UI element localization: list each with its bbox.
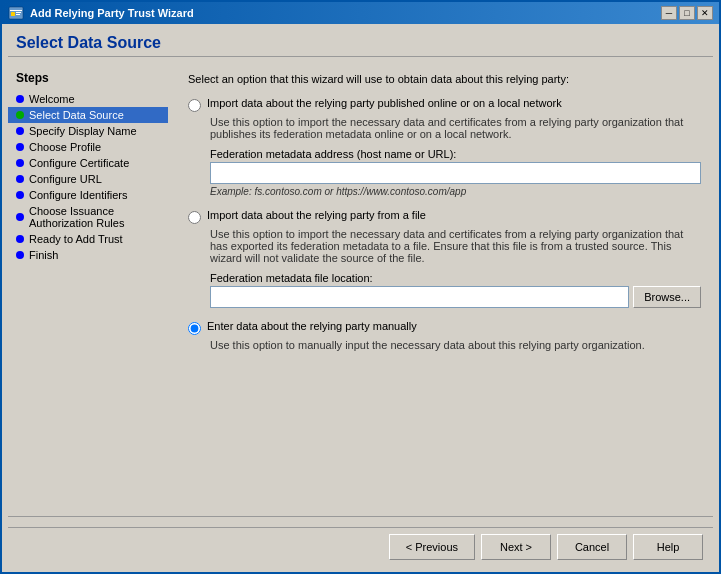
radio-online[interactable]	[188, 99, 201, 112]
sidebar-item-configure-certificate[interactable]: Configure Certificate	[8, 155, 168, 171]
sidebar-item-specify-display-name[interactable]: Specify Display Name	[8, 123, 168, 139]
online-field-label: Federation metadata address (host name o…	[210, 148, 701, 160]
sidebar-item-welcome[interactable]: Welcome	[8, 91, 168, 107]
file-field-row: Browse...	[210, 286, 701, 308]
previous-button[interactable]: < Previous	[389, 534, 475, 560]
svg-rect-3	[16, 12, 21, 13]
content-area: Select Data Source Steps Welcome Select …	[2, 24, 719, 572]
sidebar-label-identifiers: Configure Identifiers	[29, 189, 127, 201]
federation-metadata-address-input[interactable]	[210, 162, 701, 184]
online-sub-field: Federation metadata address (host name o…	[210, 148, 701, 197]
right-panel: Select an option that this wizard will u…	[176, 65, 713, 506]
dot-icon-issuance	[16, 213, 24, 221]
dot-icon-display	[16, 127, 24, 135]
option-manual-group: Enter data about the relying party manua…	[188, 320, 701, 355]
close-button[interactable]: ✕	[697, 6, 713, 20]
radio-manual[interactable]	[188, 322, 201, 335]
option-file-label: Import data about the relying party from…	[207, 209, 426, 221]
sidebar-label-issuance: Choose Issuance Authorization Rules	[29, 205, 160, 229]
option-manual-label: Enter data about the relying party manua…	[207, 320, 417, 332]
dot-icon-url	[16, 175, 24, 183]
option-online-group: Import data about the relying party publ…	[188, 97, 701, 201]
svg-rect-1	[10, 10, 22, 11]
sidebar: Steps Welcome Select Data Source Specify…	[8, 65, 168, 506]
sidebar-label-finish: Finish	[29, 249, 58, 261]
option-online-label: Import data about the relying party publ…	[207, 97, 562, 109]
svg-rect-4	[16, 14, 20, 15]
sidebar-item-select-data-source[interactable]: Select Data Source	[8, 107, 168, 123]
help-button[interactable]: Help	[633, 534, 703, 560]
option-file-group: Import data about the relying party from…	[188, 209, 701, 312]
option-online-desc: Use this option to import the necessary …	[210, 116, 701, 140]
dot-icon-finish	[16, 251, 24, 259]
sidebar-item-ready[interactable]: Ready to Add Trust	[8, 231, 168, 247]
wizard-icon	[8, 5, 24, 21]
sidebar-label-display: Specify Display Name	[29, 125, 137, 137]
title-bar-left: Add Relying Party Trust Wizard	[8, 5, 194, 21]
sidebar-label-welcome: Welcome	[29, 93, 75, 105]
sidebar-label-ready: Ready to Add Trust	[29, 233, 123, 245]
file-field-label: Federation metadata file location:	[210, 272, 701, 284]
dot-icon-profile	[16, 143, 24, 151]
sidebar-item-choose-profile[interactable]: Choose Profile	[8, 139, 168, 155]
maximize-button[interactable]: □	[679, 6, 695, 20]
minimize-button[interactable]: ─	[661, 6, 677, 20]
title-bar: Add Relying Party Trust Wizard ─ □ ✕	[2, 2, 719, 24]
dot-icon-identifiers	[16, 191, 24, 199]
sidebar-label-profile: Choose Profile	[29, 141, 101, 153]
option-file-row: Import data about the relying party from…	[188, 209, 701, 224]
option-online-row: Import data about the relying party publ…	[188, 97, 701, 112]
sidebar-item-configure-identifiers[interactable]: Configure Identifiers	[8, 187, 168, 203]
dot-icon-ready	[16, 235, 24, 243]
wizard-window: Add Relying Party Trust Wizard ─ □ ✕ Sel…	[0, 0, 721, 574]
main-body: Steps Welcome Select Data Source Specify…	[8, 65, 713, 506]
panel-intro: Select an option that this wizard will u…	[188, 73, 701, 85]
sidebar-item-finish[interactable]: Finish	[8, 247, 168, 263]
dot-icon-welcome	[16, 95, 24, 103]
file-sub-field: Federation metadata file location: Brows…	[210, 272, 701, 308]
sidebar-item-configure-url[interactable]: Configure URL	[8, 171, 168, 187]
svg-rect-2	[11, 12, 15, 16]
bottom-bar: < Previous Next > Cancel Help	[8, 527, 713, 566]
option-manual-desc: Use this option to manually input the ne…	[210, 339, 701, 351]
option-file-desc: Use this option to import the necessary …	[210, 228, 701, 264]
online-example-text: Example: fs.contoso.com or https://www.c…	[210, 186, 701, 197]
dot-icon-select	[16, 111, 24, 119]
sidebar-heading: Steps	[8, 69, 168, 87]
next-button[interactable]: Next >	[481, 534, 551, 560]
sidebar-item-choose-issuance[interactable]: Choose Issuance Authorization Rules	[8, 203, 168, 231]
federation-metadata-file-input[interactable]	[210, 286, 629, 308]
page-title: Select Data Source	[8, 30, 713, 57]
cancel-button[interactable]: Cancel	[557, 534, 627, 560]
dot-icon-cert	[16, 159, 24, 167]
option-manual-row: Enter data about the relying party manua…	[188, 320, 701, 335]
sidebar-label-url: Configure URL	[29, 173, 102, 185]
sidebar-label-cert: Configure Certificate	[29, 157, 129, 169]
sidebar-label-select: Select Data Source	[29, 109, 124, 121]
bottom-divider	[8, 516, 713, 517]
window-title: Add Relying Party Trust Wizard	[30, 7, 194, 19]
title-bar-controls: ─ □ ✕	[661, 6, 713, 20]
radio-file[interactable]	[188, 211, 201, 224]
browse-button[interactable]: Browse...	[633, 286, 701, 308]
